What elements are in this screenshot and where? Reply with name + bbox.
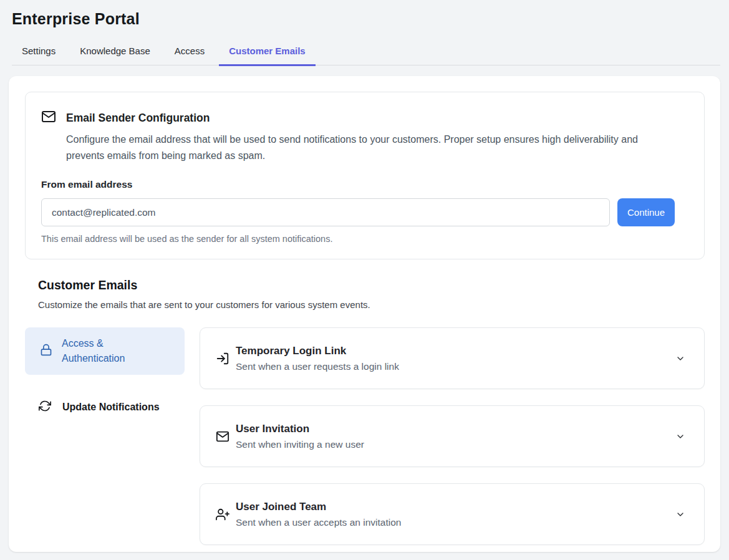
continue-button[interactable]: Continue — [617, 198, 675, 226]
chevron-down-icon[interactable] — [675, 432, 685, 442]
sidebar-item-label: Access & Authentication — [62, 336, 155, 366]
page-title: Enterprise Portal — [12, 10, 717, 28]
tab-settings[interactable]: Settings — [12, 41, 65, 66]
email-template-list: Temporary Login Link Sent when a user re… — [200, 327, 705, 545]
lock-icon — [40, 344, 52, 359]
config-card-title: Email Sender Configuration — [66, 112, 210, 125]
sidebar-item-access-authentication[interactable]: Access & Authentication — [25, 327, 185, 375]
page-header: Enterprise Portal — [0, 0, 729, 28]
chevron-down-icon[interactable] — [675, 509, 685, 519]
email-card-description: Sent when inviting a new user — [236, 439, 364, 450]
mail-icon — [41, 109, 56, 127]
email-card-title: User Joined Team — [236, 501, 401, 513]
from-email-input[interactable] — [41, 198, 610, 226]
customer-emails-heading: Customer Emails — [38, 278, 705, 292]
tab-customer-emails[interactable]: Customer Emails — [219, 41, 316, 66]
chevron-down-icon[interactable] — [675, 354, 685, 364]
email-card-temporary-login-link[interactable]: Temporary Login Link Sent when a user re… — [200, 327, 705, 389]
tab-knowledge-base[interactable]: Knowledge Base — [70, 41, 160, 66]
email-sender-config-card: Email Sender Configuration Configure the… — [25, 92, 705, 259]
main-panel: Email Sender Configuration Configure the… — [9, 76, 720, 552]
refresh-icon — [39, 400, 51, 415]
email-card-title: Temporary Login Link — [236, 345, 399, 357]
mail-icon — [216, 430, 229, 443]
login-icon — [216, 352, 229, 365]
email-card-user-invitation[interactable]: User Invitation Sent when inviting a new… — [200, 405, 705, 467]
customer-emails-subtitle: Customize the emails that are sent to yo… — [38, 299, 705, 310]
tab-access[interactable]: Access — [165, 41, 215, 66]
email-helper-text: This email address will be used as the s… — [41, 234, 688, 244]
sidebar-item-update-notifications[interactable]: Update Notifications — [25, 391, 185, 423]
email-card-user-joined-team[interactable]: User Joined Team Sent when a user accept… — [200, 483, 705, 545]
tab-bar: Settings Knowledge Base Access Customer … — [12, 41, 720, 65]
sidebar-item-label: Update Notifications — [62, 402, 160, 413]
config-card-description: Configure the email address that will be… — [66, 132, 677, 164]
email-card-description: Sent when a user requests a login link — [236, 361, 399, 372]
email-card-description: Sent when a user accepts an invitation — [236, 517, 401, 528]
email-card-title: User Invitation — [236, 423, 364, 435]
from-email-label: From email address — [41, 179, 688, 190]
user-plus-icon — [216, 508, 229, 521]
email-category-sidebar: Access & Authentication Update Notificat… — [25, 327, 185, 545]
